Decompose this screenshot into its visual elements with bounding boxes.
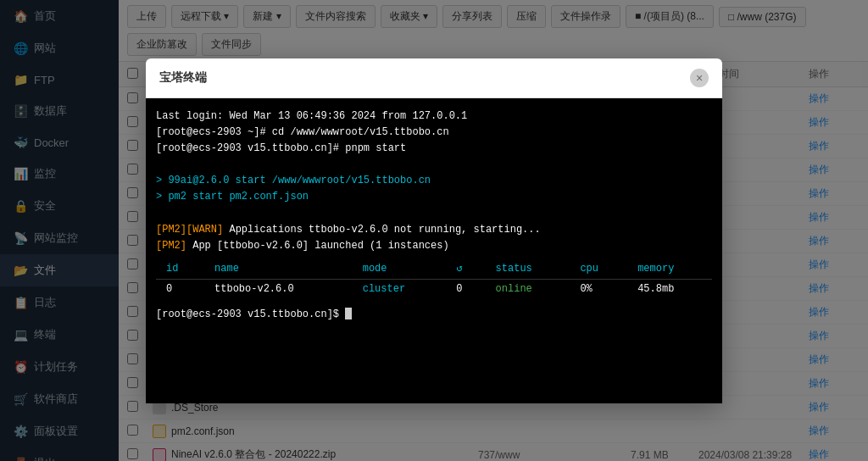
terminal-line xyxy=(156,157,712,173)
th-mode: mode xyxy=(353,259,447,280)
th-name: name xyxy=(204,259,353,280)
terminal-table-container: id name mode ↺ status cpu memory xyxy=(156,259,712,299)
terminal-line: [PM2][WARN] Applications ttbobo-v2.6.0 n… xyxy=(156,222,712,238)
modal-overlay: 宝塔终端 × Last login: Wed Mar 13 06:49:36 2… xyxy=(0,0,868,461)
modal-close-button[interactable]: × xyxy=(690,69,709,87)
terminal-line xyxy=(156,206,712,222)
th-memory: memory xyxy=(627,259,712,280)
pm2-restart: 0 xyxy=(446,280,485,300)
pm2-cpu: 0% xyxy=(570,280,627,300)
terminal-line: [PM2] App [ttbobo-v2.6.0] launched (1 in… xyxy=(156,238,712,254)
th-status: status xyxy=(486,259,570,280)
pm2-id: 0 xyxy=(156,280,204,300)
terminal-modal: 宝塔终端 × Last login: Wed Mar 13 06:49:36 2… xyxy=(146,58,722,403)
modal-header: 宝塔终端 × xyxy=(146,58,722,98)
th-restart: ↺ xyxy=(446,259,485,280)
modal-title: 宝塔终端 xyxy=(159,70,207,86)
terminal-final-prompt: [root@ecs-2903 v15.ttbobo.cn]$ xyxy=(156,307,712,323)
terminal-line: Last login: Wed Mar 13 06:49:36 2024 fro… xyxy=(156,108,712,125)
terminal-line: > 99ai@2.6.0 start /www/wwwroot/v15.ttbo… xyxy=(156,173,712,189)
pm2-status: online xyxy=(486,280,570,300)
modal-body: Last login: Wed Mar 13 06:49:36 2024 fro… xyxy=(146,98,722,403)
pm2-table: id name mode ↺ status cpu memory xyxy=(156,259,712,299)
pm2-name: ttbobo-v2.6.0 xyxy=(204,280,353,300)
th-id: id xyxy=(156,259,204,280)
th-cpu: cpu xyxy=(570,259,627,280)
pm2-mode: cluster xyxy=(353,280,447,300)
pm2-memory: 45.8mb xyxy=(627,280,712,300)
terminal-line: > pm2 start pm2.conf.json xyxy=(156,189,712,205)
terminal-line: [root@ecs-2903 v15.ttbobo.cn]# pnpm star… xyxy=(156,141,712,157)
terminal-line: [root@ecs-2903 ~]# cd /www/wwwroot/v15.t… xyxy=(156,125,712,141)
terminal-content[interactable]: Last login: Wed Mar 13 06:49:36 2024 fro… xyxy=(146,98,722,403)
pm2-table-row: 0 ttbobo-v2.6.0 cluster 0 online 0% 45.8… xyxy=(156,280,712,300)
